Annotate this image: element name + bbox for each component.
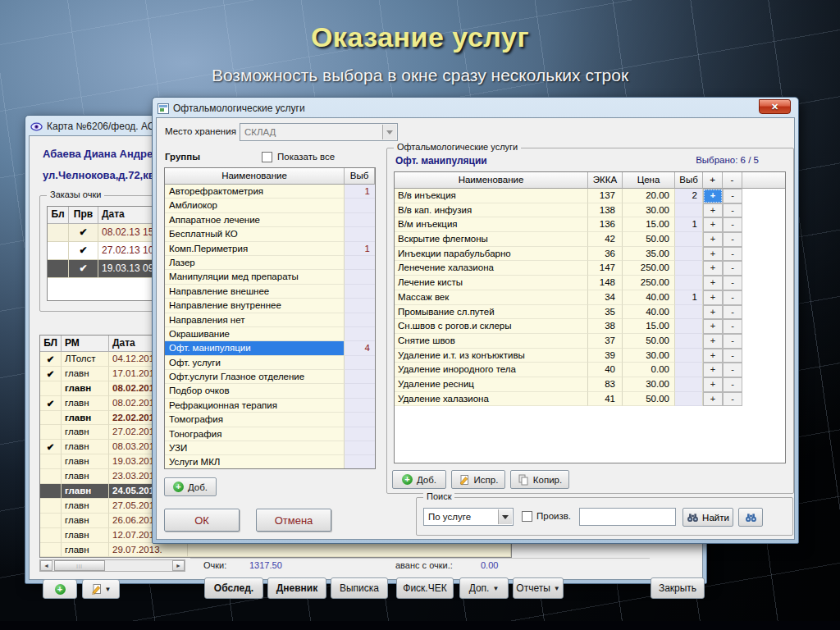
service-row[interactable]: Сн.швов с рогов.и склеры3815.00+- (395, 319, 785, 334)
increment-cell[interactable]: + (703, 305, 723, 320)
group-row[interactable]: Офт. манипуляции4 (165, 341, 375, 355)
decrement-cell[interactable]: - (723, 261, 742, 276)
search-query-input[interactable] (579, 508, 676, 526)
scrollbar-track[interactable] (105, 560, 172, 571)
group-row[interactable]: Бесплатный КО (165, 227, 375, 241)
group-row[interactable]: Амблиокор (165, 199, 375, 212)
decrement-cell[interactable]: - (723, 319, 742, 334)
service-row[interactable]: Удаление ресниц8330.00+- (395, 377, 785, 392)
decrement-cell[interactable]: - (723, 377, 742, 392)
group-row[interactable]: Направление внутреннее (165, 299, 375, 313)
group-row[interactable]: Аппаратное лечение (165, 213, 375, 227)
copy-service-button[interactable]: Копир. (510, 470, 569, 489)
dialog-titlebar[interactable]: Офтальмологические услуги (158, 101, 793, 116)
storage-combobox[interactable]: СКЛАД (240, 123, 398, 141)
group-row[interactable]: Тонография (165, 427, 375, 441)
combo-arrow-icon[interactable] (498, 509, 512, 524)
increment-cell[interactable]: + (703, 189, 723, 203)
service-row[interactable]: В/м инъекция13615.001+- (395, 217, 785, 232)
fiscal-check-button[interactable]: Фиск.ЧЕК (396, 578, 454, 599)
close-icon[interactable]: ✕ (759, 99, 791, 114)
scroll-left-icon[interactable]: ◄ (40, 560, 52, 571)
exam-button[interactable]: Обслед. (204, 578, 263, 599)
advanced-find-button[interactable] (738, 508, 763, 527)
decrement-cell[interactable]: - (723, 232, 742, 247)
add-group-button[interactable]: + Доб. (164, 477, 217, 496)
group-row[interactable]: Лазер (165, 256, 375, 270)
increment-cell[interactable]: + (703, 334, 723, 349)
group-row[interactable]: Направления нет (165, 313, 375, 327)
groups-col-name[interactable]: Наименование (165, 168, 345, 185)
increment-cell[interactable]: + (703, 319, 723, 334)
close-card-button[interactable]: Закрыть (651, 578, 705, 599)
service-row[interactable]: Инъекции парабульбарно3635.00+- (395, 247, 785, 262)
search-mode-combobox[interactable]: По услуге (423, 508, 514, 526)
service-row[interactable]: Удаление халазиона4150.00+- (395, 392, 785, 407)
service-row[interactable]: В/в инъекция13720.002+- (395, 189, 785, 203)
group-row[interactable]: Услуги МКЛ (165, 455, 375, 469)
services-table[interactable]: Наименование ЭККА Цена Выб + - В/в инъек… (394, 171, 786, 463)
visits-col-rm[interactable]: РМ (62, 336, 109, 352)
combo-arrow-icon[interactable] (382, 125, 396, 139)
group-row[interactable]: Рефракционная терапия (165, 399, 375, 413)
group-row[interactable]: Офт.услуги Глазное отделение (165, 370, 375, 384)
service-row[interactable]: Лечение кисты148250.00+- (395, 276, 785, 290)
group-row[interactable]: Подбор очков (165, 384, 375, 398)
decrement-cell[interactable]: - (723, 217, 742, 232)
arbitrary-checkbox[interactable] (522, 511, 532, 522)
increment-cell[interactable]: + (703, 232, 723, 247)
find-button[interactable]: Найти (682, 508, 733, 527)
service-row[interactable]: Удаление и.т. из конъюктивы3930.00+- (395, 349, 785, 363)
ok-button[interactable]: ОК (164, 509, 240, 532)
services-col-price[interactable]: Цена (623, 172, 675, 189)
services-col-count[interactable]: Выб (675, 172, 703, 189)
increment-cell[interactable]: + (703, 290, 723, 305)
decrement-cell[interactable]: - (723, 247, 742, 262)
group-row[interactable]: Окрашивание (165, 327, 375, 341)
increment-cell[interactable]: + (703, 349, 723, 363)
increment-cell[interactable]: + (703, 363, 723, 377)
service-row[interactable]: Массаж век3440.001+- (395, 290, 785, 305)
increment-cell[interactable]: + (703, 377, 723, 392)
decrement-cell[interactable]: - (723, 290, 742, 305)
increment-cell[interactable]: + (703, 276, 723, 290)
service-row[interactable]: Промывание сл.путей3540.00+- (395, 305, 785, 320)
group-row[interactable]: Авторефрактометрия1 (165, 185, 375, 199)
decrement-cell[interactable]: - (723, 203, 742, 218)
service-row[interactable]: В/в кап. инфузия13830.00+- (395, 203, 785, 218)
decrement-cell[interactable]: - (723, 276, 742, 290)
scrollbar-thumb[interactable]: ||| (54, 560, 105, 571)
cancel-button[interactable]: Отмена (256, 509, 331, 532)
edit-service-button[interactable]: Испр. (451, 470, 505, 489)
reports-button[interactable]: Отчеты ▼ (513, 578, 564, 599)
group-row[interactable]: Манипуляции мед препараты (165, 270, 375, 284)
services-col-name[interactable]: Наименование (395, 172, 588, 189)
services-dialog[interactable]: Офтальмологические услуги ✕ Место хранен… (152, 97, 799, 544)
group-row[interactable]: Офт. услуги (165, 356, 375, 370)
service-row[interactable]: Снятие швов3750.00+- (395, 334, 785, 349)
group-row[interactable]: Комп.Периметрия1 (165, 242, 375, 256)
services-col-minus[interactable]: - (723, 172, 742, 189)
add-record-button[interactable]: + (43, 579, 77, 599)
increment-cell[interactable]: + (703, 203, 723, 218)
service-row[interactable]: Ленечение халазиона147250.00+- (395, 261, 785, 276)
decrement-cell[interactable]: - (723, 392, 742, 407)
services-col-plus[interactable]: + (703, 172, 723, 189)
scroll-right-icon[interactable]: ► (172, 560, 185, 571)
orders-col-bl[interactable]: Бл (48, 207, 69, 224)
visit-row[interactable]: главн29.07.2013. (40, 543, 511, 558)
decrement-cell[interactable]: - (723, 349, 742, 363)
add-service-button[interactable]: + Доб. (392, 470, 446, 489)
additional-button[interactable]: Доп. ▼ (459, 578, 509, 599)
decrement-cell[interactable]: - (723, 363, 742, 377)
orders-col-prv[interactable]: Прв (69, 207, 98, 224)
decrement-cell[interactable]: - (723, 189, 742, 203)
group-row[interactable]: Томография (165, 413, 375, 427)
groups-col-count[interactable]: Выб (345, 168, 375, 185)
edit-record-button[interactable]: ▼ (82, 579, 120, 599)
group-row[interactable]: Направление внешнее (165, 285, 375, 299)
increment-cell[interactable]: + (703, 217, 723, 232)
decrement-cell[interactable]: - (723, 305, 742, 320)
groups-table[interactable]: Наименование Выб Авторефрактометрия1Амбл… (164, 167, 376, 469)
diary-button[interactable]: Дневник (267, 578, 326, 599)
